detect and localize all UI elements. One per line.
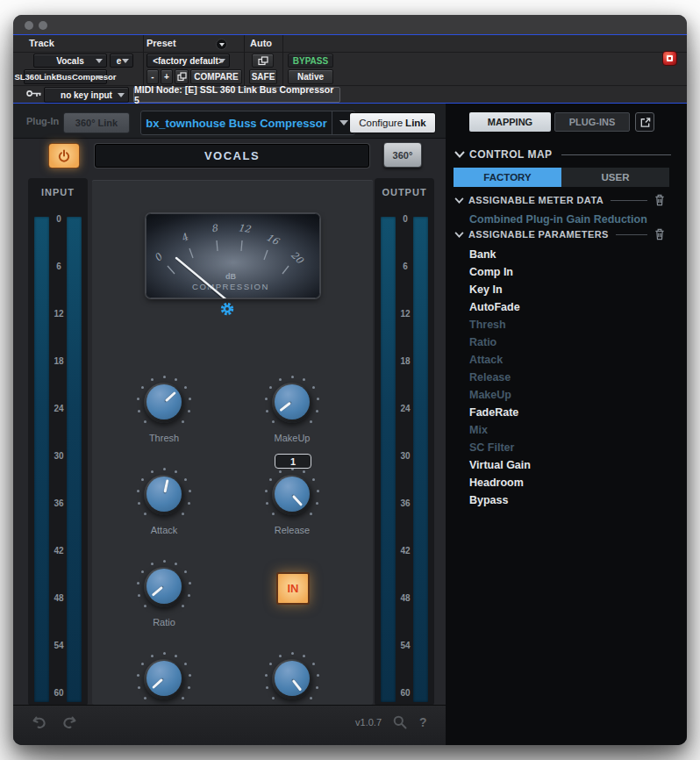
chevron-down-icon: [454, 232, 464, 238]
meter-scale-number: 30: [43, 451, 75, 462]
tab-mapping[interactable]: MAPPING: [469, 112, 551, 132]
auto-enable-button[interactable]: [252, 54, 274, 68]
meter-scale-number: 54: [43, 641, 75, 651]
pop-out-button[interactable]: [635, 112, 654, 132]
parameter-item[interactable]: Comp In: [469, 263, 662, 281]
plugin-instance-selector[interactable]: SL360LinkBusCompresor: [24, 69, 107, 84]
input-meter: INPUT 06121824303642485460: [28, 178, 88, 706]
redo-icon: [61, 716, 78, 730]
vu-unit-label: dB: [225, 272, 236, 281]
link-bar: Plug-In 360° Link bx_townhouse Buss Comp…: [13, 104, 446, 139]
parameter-item[interactable]: Mix: [469, 421, 662, 439]
meter-scale-number: 12: [43, 309, 75, 319]
header-separator: [13, 85, 687, 86]
bypass-button[interactable]: BYPASS: [288, 54, 333, 68]
preset-selector[interactable]: <factory default>: [146, 54, 230, 68]
control-map-header[interactable]: CONTROL MAP: [454, 148, 671, 161]
tab-factory[interactable]: FACTORY: [454, 168, 561, 187]
track-selector[interactable]: Vocals: [33, 54, 107, 68]
meter-scale-number: 42: [43, 546, 75, 556]
knob-body: [144, 659, 184, 699]
meter-scale-number: 0: [389, 214, 421, 225]
360-link-button[interactable]: 360° Link: [63, 112, 130, 133]
meter-settings-button[interactable]: [220, 302, 234, 316]
automation-icon: [258, 56, 268, 66]
section-rule: [561, 154, 671, 155]
bank-value-display[interactable]: 1: [275, 454, 311, 469]
input-meter-label: INPUT: [28, 187, 88, 197]
undo-button[interactable]: [31, 716, 47, 730]
window-control-dot-2[interactable]: [39, 21, 47, 30]
insert-position-selector[interactable]: e: [110, 54, 133, 68]
preset-copy-button[interactable]: [175, 69, 189, 84]
parameter-item[interactable]: Bank: [469, 246, 662, 263]
help-button[interactable]: ?: [419, 715, 427, 729]
assignable-parameters-header[interactable]: ASSIGNABLE PARAMETERS: [454, 228, 665, 240]
meter-scale-number: 48: [389, 593, 421, 604]
knob-pointer: [143, 473, 184, 514]
midi-node-display: MIDI Node: [E] SSL 360 Link Bus Compress…: [133, 87, 340, 103]
copy-icon: [177, 72, 187, 82]
assignable-meter-data-title: ASSIGNABLE METER DATA: [468, 195, 604, 205]
knob-body: [272, 659, 312, 699]
parameter-item[interactable]: Thresh: [469, 316, 662, 333]
column-divider: [143, 35, 144, 85]
parameter-item[interactable]: Virtual Gain: [469, 456, 662, 474]
caret-down-icon: [218, 59, 225, 63]
trash-icon[interactable]: [654, 228, 665, 240]
meter-scale-number: 24: [389, 404, 421, 414]
compare-button[interactable]: COMPARE: [190, 69, 242, 84]
attack-knob[interactable]: Attack: [136, 467, 192, 539]
plugin-footer: v1.0.7 ?: [13, 705, 446, 745]
preset-menu-button[interactable]: [216, 39, 227, 50]
parameter-item[interactable]: FadeRate: [469, 404, 662, 421]
caret-down-icon: [122, 59, 129, 63]
parameter-item[interactable]: MakeUp: [469, 386, 662, 404]
zoom-button[interactable]: [393, 715, 407, 729]
gear-icon: [220, 302, 234, 316]
preset-next-button[interactable]: +: [161, 69, 173, 84]
trash-icon[interactable]: [654, 194, 665, 206]
caret-down-icon: [118, 93, 125, 97]
parameter-item[interactable]: Ratio: [469, 333, 662, 351]
configure-link-button[interactable]: ConfigureLink: [349, 112, 436, 133]
caret-down-icon: [96, 75, 103, 80]
comp-in-button[interactable]: IN: [276, 572, 310, 605]
window-titlebar[interactable]: [13, 15, 687, 34]
ratio-knob[interactable]: Ratio: [136, 559, 192, 631]
parameter-item[interactable]: Headroom: [469, 474, 662, 491]
output-meter: OUTPUT 06121824303642485460: [375, 178, 434, 706]
knob-body: [144, 567, 184, 607]
redo-button[interactable]: [61, 716, 78, 730]
section-rule: [616, 234, 647, 235]
control-map-title: CONTROL MAP: [469, 148, 553, 161]
tab-user[interactable]: USER: [561, 168, 669, 187]
meter-scale-number: 60: [43, 688, 75, 699]
key-input-selector[interactable]: no key input: [44, 87, 129, 103]
knob-label: Ratio: [120, 617, 208, 627]
parameter-item[interactable]: SC Filter: [469, 439, 662, 456]
meter-data-item[interactable]: Combined Plug-in Gain Reduction: [469, 211, 662, 228]
preset-previous-button[interactable]: -: [146, 69, 159, 84]
tab-plug-ins[interactable]: PLUG-INS: [554, 112, 630, 132]
parameter-item[interactable]: AutoFade: [469, 298, 662, 316]
parameter-item[interactable]: Attack: [469, 351, 662, 369]
parameter-item[interactable]: Key In: [469, 281, 662, 298]
safe-button[interactable]: SAFE: [249, 69, 277, 84]
desktop: Track Preset Auto Vocals e SL360LinkBusC…: [0, 0, 700, 760]
header-separator: [13, 52, 687, 53]
parameter-item[interactable]: Release: [469, 369, 662, 386]
meter-scale-number: 18: [43, 356, 75, 367]
release-knob[interactable]: Release: [264, 467, 320, 539]
native-button[interactable]: Native: [288, 69, 333, 84]
open-360-button[interactable]: 360°: [383, 142, 422, 168]
version-label: v1.0.7: [329, 717, 382, 728]
parameter-item[interactable]: Bypass: [469, 491, 662, 509]
assignable-meter-data-header[interactable]: ASSIGNABLE METER DATA: [454, 194, 665, 206]
target-button[interactable]: [662, 51, 677, 66]
plugin-name-selector[interactable]: bx_townhouse Buss Compressor: [140, 111, 355, 135]
thresh-knob[interactable]: Thresh: [136, 375, 192, 447]
window-control-dot-1[interactable]: [25, 21, 33, 30]
makeup-knob[interactable]: MakeUp: [264, 375, 320, 447]
power-button[interactable]: [48, 143, 80, 168]
